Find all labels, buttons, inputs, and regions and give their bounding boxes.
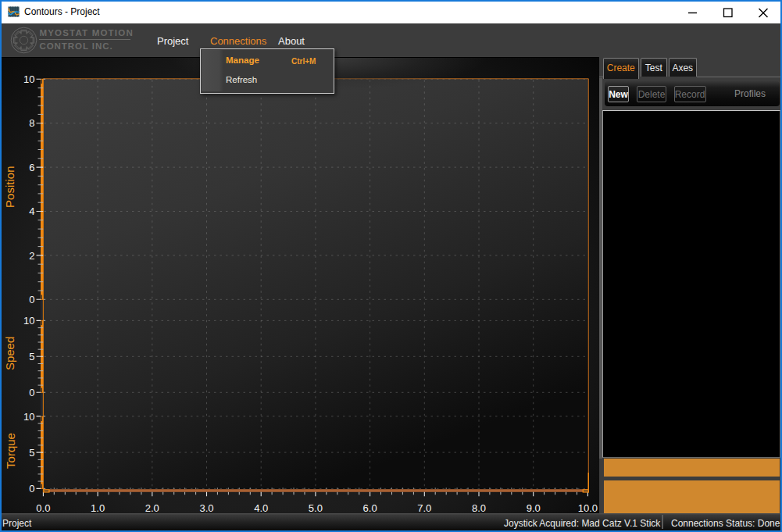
svg-text:8.0: 8.0 <box>472 502 486 514</box>
svg-text:10.0: 10.0 <box>578 502 598 514</box>
svg-text:5: 5 <box>29 447 34 459</box>
svg-text:8: 8 <box>29 117 34 129</box>
svg-text:5: 5 <box>29 351 34 362</box>
svg-text:9.0: 9.0 <box>527 502 541 514</box>
svg-text:2.0: 2.0 <box>145 502 159 514</box>
svg-text:10: 10 <box>23 315 34 327</box>
svg-text:5.0: 5.0 <box>309 502 323 514</box>
svg-text:Speed: Speed <box>4 337 17 370</box>
svg-text:2: 2 <box>29 250 34 262</box>
svg-text:4: 4 <box>29 205 34 217</box>
svg-text:Torque: Torque <box>4 433 17 469</box>
svg-text:0: 0 <box>29 294 34 305</box>
svg-text:Position: Position <box>4 166 17 208</box>
svg-text:1.0: 1.0 <box>91 502 105 514</box>
svg-text:3.0: 3.0 <box>199 502 213 514</box>
svg-text:0.0: 0.0 <box>36 502 50 514</box>
svg-text:7.0: 7.0 <box>417 502 431 514</box>
svg-text:0: 0 <box>29 483 34 495</box>
svg-text:6.0: 6.0 <box>363 502 377 514</box>
svg-text:4.0: 4.0 <box>254 502 268 514</box>
svg-text:0: 0 <box>29 387 34 398</box>
svg-text:10: 10 <box>23 411 34 423</box>
svg-text:6: 6 <box>29 162 34 173</box>
